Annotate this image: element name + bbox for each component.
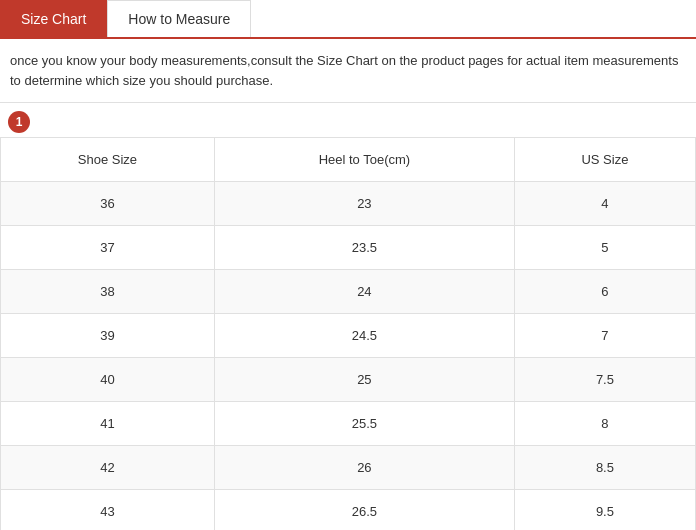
tabs-container: Size Chart How to Measure xyxy=(0,0,696,39)
table-row: 4125.58 xyxy=(1,402,696,446)
table-cell: 24 xyxy=(214,270,514,314)
table-row: 42268.5 xyxy=(1,446,696,490)
tab-size-chart[interactable]: Size Chart xyxy=(0,0,107,37)
col-heel-to-toe: Heel to Toe(cm) xyxy=(214,138,514,182)
table-row: 3723.55 xyxy=(1,226,696,270)
table-cell: 41 xyxy=(1,402,215,446)
table-cell: 9.5 xyxy=(514,490,695,531)
table-row: 3924.57 xyxy=(1,314,696,358)
table-row: 38246 xyxy=(1,270,696,314)
table-cell: 26 xyxy=(214,446,514,490)
size-table-wrapper: Shoe Size Heel to Toe(cm) US Size 362343… xyxy=(0,137,696,530)
table-cell: 6 xyxy=(514,270,695,314)
table-row: 36234 xyxy=(1,182,696,226)
table-row: 40257.5 xyxy=(1,358,696,402)
tab-how-to-measure[interactable]: How to Measure xyxy=(107,0,251,37)
table-cell: 7 xyxy=(514,314,695,358)
table-cell: 25 xyxy=(214,358,514,402)
table-cell: 25.5 xyxy=(214,402,514,446)
table-cell: 42 xyxy=(1,446,215,490)
table-cell: 7.5 xyxy=(514,358,695,402)
table-cell: 38 xyxy=(1,270,215,314)
description-text: once you know your body measurements,con… xyxy=(0,39,696,103)
step-badge: 1 xyxy=(8,111,30,133)
table-cell: 39 xyxy=(1,314,215,358)
table-cell: 8 xyxy=(514,402,695,446)
table-cell: 37 xyxy=(1,226,215,270)
table-cell: 23 xyxy=(214,182,514,226)
table-cell: 5 xyxy=(514,226,695,270)
table-cell: 23.5 xyxy=(214,226,514,270)
table-header-row: Shoe Size Heel to Toe(cm) US Size xyxy=(1,138,696,182)
table-cell: 8.5 xyxy=(514,446,695,490)
table-cell: 43 xyxy=(1,490,215,531)
tab-bar: Size Chart How to Measure xyxy=(0,0,696,39)
table-cell: 40 xyxy=(1,358,215,402)
col-shoe-size: Shoe Size xyxy=(1,138,215,182)
table-cell: 26.5 xyxy=(214,490,514,531)
size-table: Shoe Size Heel to Toe(cm) US Size 362343… xyxy=(0,137,696,530)
table-cell: 24.5 xyxy=(214,314,514,358)
table-cell: 4 xyxy=(514,182,695,226)
table-row: 4326.59.5 xyxy=(1,490,696,531)
col-us-size: US Size xyxy=(514,138,695,182)
table-cell: 36 xyxy=(1,182,215,226)
